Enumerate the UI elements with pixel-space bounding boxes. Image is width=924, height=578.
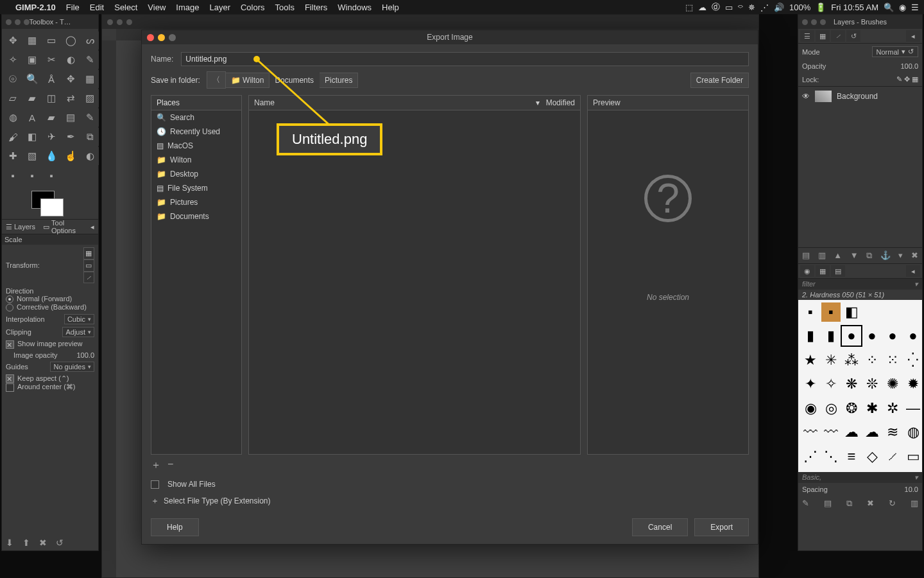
status-icon[interactable]: ⓓ bbox=[712, 1, 720, 13]
breadcrumb-documents[interactable]: Documents bbox=[270, 73, 320, 88]
image-opacity-value[interactable]: 100.0 bbox=[76, 351, 94, 359]
tool-bucket-icon[interactable]: ▰ bbox=[42, 109, 60, 127]
brush-item[interactable]: ◇ bbox=[862, 447, 882, 466]
tab-menu2-icon[interactable]: ◂ bbox=[906, 265, 920, 277]
menu-colors[interactable]: Colors bbox=[241, 3, 265, 12]
brush-item[interactable]: ✳ bbox=[821, 351, 841, 370]
place-macos[interactable]: ▤MacOS bbox=[151, 139, 241, 153]
tool-rect-select-icon[interactable]: ▭ bbox=[42, 31, 60, 49]
brush-item[interactable]: ⋱ bbox=[821, 447, 841, 466]
minimize-window-icon[interactable] bbox=[158, 34, 165, 41]
brush-item[interactable]: ❊ bbox=[862, 374, 882, 394]
guides-select[interactable]: No guides▾ bbox=[50, 362, 94, 372]
tab-layers-icon[interactable]: ☰ bbox=[800, 30, 814, 42]
close-window-icon[interactable] bbox=[147, 34, 154, 41]
brush-item[interactable]: ● bbox=[842, 326, 861, 346]
brush-item[interactable]: ★ bbox=[801, 351, 820, 370]
tool-measure-icon[interactable]: Å bbox=[42, 70, 60, 88]
brush-item[interactable]: ▭ bbox=[903, 447, 922, 466]
sort-icon[interactable]: ▾ bbox=[536, 98, 540, 107]
tool-scale-icon[interactable]: ▱ bbox=[4, 89, 22, 107]
delete-brush-icon[interactable]: ✖ bbox=[867, 498, 874, 509]
new-brush-icon[interactable]: ▤ bbox=[824, 498, 832, 509]
refresh-brush-icon[interactable]: ↻ bbox=[889, 498, 896, 509]
duplicate-layer-icon[interactable]: ⧉ bbox=[866, 250, 872, 261]
place-filesystem[interactable]: ▤File System bbox=[151, 181, 241, 195]
merge-layer-icon[interactable]: ▾ bbox=[898, 250, 903, 261]
create-folder-button[interactable]: Create Folder bbox=[690, 73, 749, 88]
tool-dodge-icon[interactable]: ◐ bbox=[81, 147, 99, 165]
brush-item[interactable]: ✧ bbox=[821, 374, 841, 394]
tab-patterns-icon[interactable]: ▦ bbox=[816, 265, 830, 277]
remove-bookmark-icon[interactable]: − bbox=[167, 459, 173, 472]
brush-item[interactable]: ▪ bbox=[821, 302, 841, 322]
brush-item[interactable]: 〰 bbox=[821, 423, 841, 442]
menu-windows[interactable]: Windows bbox=[338, 3, 372, 12]
tool-ellipse-select-icon[interactable]: ◯ bbox=[62, 31, 80, 49]
tool-foreground-icon[interactable]: ◐ bbox=[62, 51, 80, 69]
foreground-color-icon[interactable] bbox=[40, 198, 64, 216]
tab-layers[interactable]: ☰Layers bbox=[2, 223, 39, 231]
display-icon[interactable]: ▭ bbox=[725, 3, 733, 12]
tab-menu-icon[interactable]: ◂ bbox=[906, 30, 920, 42]
interp-select[interactable]: Cubic▾ bbox=[64, 314, 94, 324]
tool-flip-icon[interactable]: ⇄ bbox=[62, 89, 80, 107]
raise-layer-icon[interactable]: ▲ bbox=[834, 250, 842, 261]
tool-pencil-icon[interactable]: ✎ bbox=[81, 109, 99, 127]
menu-view[interactable]: View bbox=[148, 3, 166, 12]
tool-ink-icon[interactable]: ✒ bbox=[62, 128, 80, 146]
dropbox-icon[interactable]: ⬚ bbox=[685, 3, 693, 12]
tool-crop-icon[interactable]: ✥ bbox=[62, 70, 80, 88]
siri-icon[interactable]: ◉ bbox=[899, 3, 906, 12]
breadcrumb-user[interactable]: 📁 Wilton bbox=[226, 73, 270, 88]
place-recent[interactable]: 🕓Recently Used bbox=[151, 125, 241, 139]
spotlight-icon[interactable]: 🔍 bbox=[884, 3, 894, 12]
menu-filters[interactable]: Filters bbox=[305, 3, 327, 12]
airplay-icon[interactable]: ⌔ bbox=[738, 3, 743, 12]
tab-gradients-icon[interactable]: ▤ bbox=[831, 265, 845, 277]
brush-item[interactable] bbox=[903, 302, 922, 322]
brush-item[interactable]: ✦ bbox=[801, 374, 820, 394]
edit-brush-icon[interactable]: ✎ bbox=[802, 498, 809, 509]
tool-extra1-icon[interactable]: ▪ bbox=[4, 166, 22, 184]
tool-paintbrush-icon[interactable]: 🖌 bbox=[4, 128, 22, 146]
tool-rotate-icon[interactable]: ▦ bbox=[81, 70, 99, 88]
lower-layer-icon[interactable]: ▼ bbox=[850, 250, 859, 261]
menu-image[interactable]: Image bbox=[176, 3, 199, 12]
tool-move-icon[interactable]: ✥ bbox=[4, 31, 22, 49]
place-desktop[interactable]: 📁Desktop bbox=[151, 167, 241, 181]
menubar-app[interactable]: GIMP-2.10 bbox=[15, 3, 56, 12]
restore-options-icon[interactable]: ⬆ bbox=[22, 538, 30, 548]
cloud-icon[interactable]: ☁ bbox=[698, 3, 706, 12]
brush-item[interactable]: ❋ bbox=[842, 374, 861, 394]
filter-chevron-icon[interactable]: ▾ bbox=[914, 280, 918, 288]
duplicate-brush-icon[interactable]: ⧉ bbox=[846, 498, 852, 509]
tool-heal-icon[interactable]: ✚ bbox=[4, 147, 22, 165]
brush-item[interactable]: ≡ bbox=[842, 447, 861, 466]
tool-perspective-icon[interactable]: ◫ bbox=[42, 89, 60, 107]
column-modified[interactable]: Modified bbox=[546, 98, 575, 107]
brush-item[interactable]: ☁ bbox=[842, 423, 861, 442]
brush-item[interactable]: ◎ bbox=[821, 399, 841, 418]
brush-item[interactable] bbox=[883, 302, 902, 322]
brush-item[interactable]: ⁙ bbox=[883, 351, 902, 370]
filename-input[interactable] bbox=[181, 52, 749, 66]
brush-item[interactable]: ▪ bbox=[801, 302, 820, 322]
preset-chevron-icon[interactable]: ▾ bbox=[914, 473, 918, 482]
menu-select[interactable]: Select bbox=[114, 3, 137, 12]
brush-item[interactable]: ☁ bbox=[862, 423, 882, 442]
zoom-window-icon[interactable] bbox=[169, 34, 176, 41]
check-around-center[interactable]: Around center (⌘) bbox=[6, 383, 94, 392]
clip-select[interactable]: Adjust▾ bbox=[62, 327, 94, 337]
save-options-icon[interactable]: ⬇ bbox=[6, 538, 13, 548]
volume-icon[interactable]: 🔊 bbox=[774, 3, 784, 12]
delete-layer-icon[interactable]: ✖ bbox=[911, 250, 918, 261]
show-all-files-check[interactable]: Show All Files bbox=[142, 476, 758, 493]
anchor-layer-icon[interactable]: ⚓ bbox=[880, 250, 891, 261]
tool-smudge-icon[interactable]: ☝ bbox=[62, 147, 80, 165]
tool-shear-icon[interactable]: ▰ bbox=[23, 89, 41, 107]
tab-tool-options[interactable]: ▭Tool Options bbox=[39, 219, 87, 234]
brush-item[interactable]: ▮ bbox=[821, 326, 841, 346]
tab-paths-icon[interactable]: ⟋ bbox=[831, 30, 845, 42]
tool-extra2-icon[interactable]: ▪ bbox=[23, 166, 41, 184]
